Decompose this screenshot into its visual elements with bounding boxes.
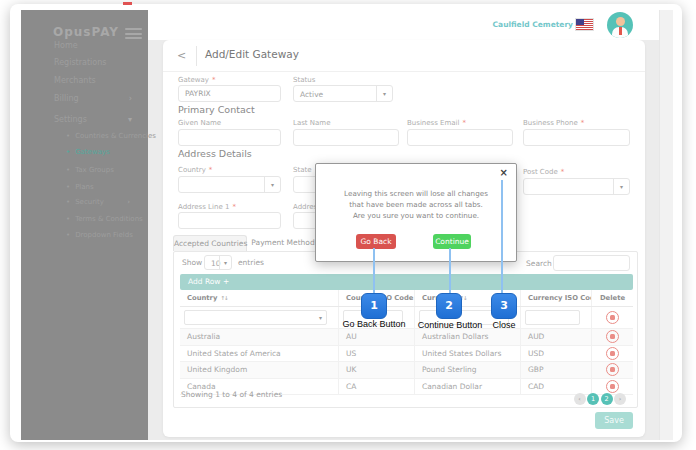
sidebar-item-merchants[interactable]: Merchants	[54, 76, 142, 86]
post-code-label: Post Code*	[523, 168, 564, 176]
tab-accepted-countries[interactable]: Accepted Countries	[173, 235, 247, 251]
confirm-leave-modal: × Leaving this screen will lose all chan…	[315, 163, 517, 262]
header-rule	[163, 71, 645, 72]
modal-message: Leaving this screen will lose all change…	[326, 188, 506, 221]
required-asterisk: *	[232, 203, 236, 211]
bullet-icon: •	[66, 148, 70, 156]
pagination-prev-button[interactable]: ‹	[574, 393, 586, 405]
sidebar-item-home[interactable]: Home	[54, 41, 142, 51]
delete-row-button[interactable]	[606, 311, 619, 324]
chevron-right-icon: ›	[129, 94, 132, 104]
column-header-delete: Delete	[591, 290, 633, 306]
address-line-1-input[interactable]	[178, 212, 281, 229]
pagination-next-button[interactable]: ›	[614, 393, 626, 405]
delete-row-button[interactable]	[606, 380, 619, 393]
sidebar-subitem-terms-conditions[interactable]: •Terms & Conditions	[66, 214, 144, 224]
save-button[interactable]: Save	[595, 412, 633, 429]
column-header-country[interactable]: Country↑↓	[180, 290, 338, 306]
sidebar-item-label: Settings	[54, 115, 87, 124]
last-name-input[interactable]	[293, 129, 399, 146]
sidebar-subitem-security[interactable]: •Security ›	[66, 197, 144, 207]
annotation-badge-3: 3	[491, 293, 517, 319]
sidebar-subitem-dropdown-fields[interactable]: •Dropdown Fields	[66, 230, 144, 240]
bullet-icon: •	[66, 231, 70, 239]
annotation-line-2	[449, 248, 451, 294]
top-bar: Caulfield Cemetery	[148, 10, 659, 40]
search-input[interactable]	[553, 255, 630, 271]
entries-label: entries	[238, 258, 264, 267]
bullet-icon: •	[66, 132, 70, 140]
go-back-button[interactable]: Go Back	[356, 234, 396, 249]
sidebar-item-settings[interactable]: Settings ▾	[54, 115, 142, 125]
sidebar-subitem-label: Tax Groups	[75, 166, 114, 174]
sort-icon: ↑↓	[220, 295, 227, 301]
business-email-label: Business Email*	[407, 119, 466, 127]
required-asterisk: *	[209, 166, 213, 174]
business-phone-input[interactable]	[523, 129, 630, 146]
caret-down-icon: ▾	[613, 179, 629, 194]
required-asterisk: *	[561, 168, 565, 176]
required-asterisk: *	[463, 119, 467, 127]
pagination-page-1[interactable]: 1	[587, 393, 599, 405]
show-label: Show	[182, 258, 202, 267]
page-title: Add/Edit Gateway	[205, 48, 299, 60]
tab-payment-methods[interactable]: Payment Methods	[249, 235, 321, 251]
sidebar-subitem-tax-groups[interactable]: •Tax Groups	[66, 165, 144, 175]
back-button[interactable]: <	[177, 49, 186, 62]
required-asterisk: *	[212, 76, 216, 84]
user-avatar[interactable]	[607, 12, 633, 38]
gateway-label: Gateway*	[178, 76, 215, 84]
table-header-row: Country↑↓ Country ISO Code↑↓ Currency↑↓ …	[180, 290, 633, 307]
sidebar-subitem-plans[interactable]: •Plans	[66, 182, 144, 192]
sidebar-subitem-label: Dropdown Fields	[75, 231, 133, 239]
sidebar-subitem-gateways[interactable]: •Gateways	[66, 147, 144, 157]
primary-contact-heading: Primary Contact	[178, 104, 255, 115]
table-summary: Showing 1 to 4 of 4 entries	[181, 390, 282, 399]
sidebar-subitem-label: Security	[75, 198, 104, 206]
column-header-currency-iso[interactable]: Currency ISO Code↑↓	[520, 290, 591, 306]
pagination-page-2[interactable]: 2	[601, 393, 613, 405]
post-code-select[interactable]: ▾	[523, 178, 630, 195]
given-name-input[interactable]	[178, 129, 281, 146]
status-label: Status	[293, 76, 315, 84]
caret-down-icon: ▾	[376, 86, 392, 101]
sidebar-subitem-label: Terms & Conditions	[75, 215, 143, 223]
search-label: Search	[526, 259, 552, 268]
address-line-1-label: Address Line 1*	[178, 203, 236, 211]
caret-down-icon: ▾	[219, 256, 231, 269]
last-name-label: Last Name	[293, 119, 330, 127]
annotation-badge-1: 1	[361, 293, 387, 319]
title-divider	[196, 46, 197, 66]
sidebar-subitem-label: Plans	[75, 183, 94, 191]
close-icon[interactable]: ×	[500, 167, 508, 178]
business-email-input[interactable]	[407, 129, 513, 146]
chevron-down-icon: ▾	[128, 115, 132, 125]
caret-down-icon: ▾	[319, 314, 322, 321]
hamburger-menu-icon[interactable]	[125, 28, 142, 39]
scrollbar[interactable]	[659, 10, 673, 440]
address-details-heading: Address Details	[178, 148, 252, 159]
recording-indicator	[123, 2, 132, 5]
sidebar-item-registrations[interactable]: Registrations	[54, 58, 142, 68]
gateway-input[interactable]	[178, 85, 281, 102]
organization-name[interactable]: Caulfield Cemetery	[488, 20, 573, 29]
continue-button[interactable]: Continue	[433, 234, 471, 249]
us-flag-icon[interactable]	[575, 18, 594, 31]
country-label: Country*	[178, 166, 212, 174]
delete-row-button[interactable]	[606, 347, 619, 360]
sidebar-item-label: Merchants	[54, 76, 96, 85]
caret-down-icon: ▾	[264, 177, 280, 192]
add-row-button[interactable]: Add Row +	[180, 274, 633, 290]
country-filter-select[interactable]: ▾	[184, 310, 327, 325]
sidebar-item-billing[interactable]: Billing ›	[54, 94, 142, 104]
table-row: United States of America US United State…	[180, 345, 633, 362]
chevron-right-icon: ›	[127, 197, 130, 207]
country-select[interactable]: ▾	[178, 176, 281, 193]
bullet-icon: •	[66, 215, 70, 223]
delete-row-button[interactable]	[606, 363, 619, 376]
countries-table: Country↑↓ Country ISO Code↑↓ Currency↑↓ …	[180, 290, 633, 395]
delete-row-button[interactable]	[606, 330, 619, 343]
page-size-select[interactable]: 10 ▾	[204, 255, 232, 270]
sidebar-subitem-countries-currencies[interactable]: •Countries & Currencies	[66, 131, 144, 141]
status-select[interactable]: Active ▾	[293, 85, 393, 102]
